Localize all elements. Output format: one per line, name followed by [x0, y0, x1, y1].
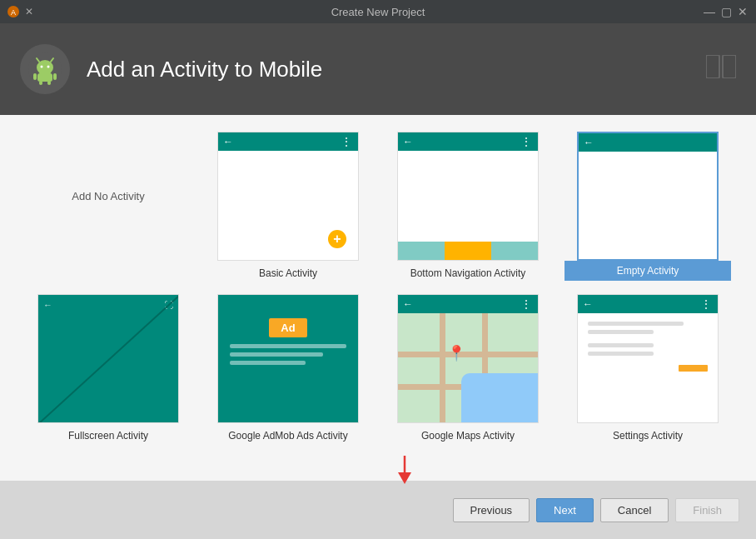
diagonal-svg — [38, 295, 179, 423]
menu-dots-icon-4: ⋮ — [520, 297, 533, 311]
back-arrow-icon-3: ← — [584, 137, 594, 148]
fullscreen-thumb: ← ⛶ — [37, 294, 179, 423]
main-content: Add No Activity ← ⋮ + Basic Activity ← — [0, 115, 756, 481]
activity-card-settings[interactable]: ← ⋮ Settings Activity — [565, 294, 731, 442]
back-arrow-icon: ← — [223, 136, 233, 147]
activity-card-ad[interactable]: Ad Google AdMob Ads Activity — [205, 294, 371, 442]
bottom-nav-bar — [398, 242, 538, 260]
fab-button: + — [328, 230, 346, 248]
bottom-nav-thumb: ← ⋮ — [397, 132, 539, 261]
ad-line-1 — [230, 344, 346, 348]
bottom-nav-label: Bottom Navigation Activity — [410, 267, 526, 279]
window-title: Create New Project — [331, 6, 425, 18]
svg-rect-14 — [723, 55, 736, 78]
map-road-h1 — [398, 352, 538, 357]
bottom-bar: Previous Next Cancel Finish — [0, 481, 756, 539]
activity-card-bottom-nav[interactable]: ← ⋮ Bottom Navigation Activity — [385, 132, 551, 281]
basic-activity-thumb: ← ⋮ + — [217, 132, 359, 261]
window-controls: — ▢ ✕ — [703, 5, 749, 18]
close-button[interactable]: ✕ — [736, 5, 749, 18]
settings-line-1 — [588, 322, 684, 326]
map-top-bar: ← ⋮ — [398, 295, 538, 313]
diagonal-overlay — [38, 295, 178, 422]
layout-icon-svg — [706, 55, 736, 78]
activity-card-empty[interactable]: ← Empty Activity — [565, 132, 731, 281]
map-road-v1 — [440, 313, 445, 422]
settings-label: Settings Activity — [613, 430, 683, 442]
layout-icon — [706, 55, 736, 83]
settings-line-4 — [588, 352, 654, 356]
page-title: Add an Activity to Mobile — [87, 57, 322, 82]
menu-dots-icon-5: ⋮ — [700, 297, 713, 311]
no-activity-label: Add No Activity — [72, 190, 144, 202]
back-arrow-icon-5: ← — [583, 298, 593, 310]
map-water — [461, 373, 538, 422]
arrow-indicator — [395, 456, 415, 489]
arrow-svg — [395, 456, 415, 486]
ad-lines — [218, 344, 358, 365]
nav-seg-3 — [491, 242, 538, 260]
settings-line-2 — [588, 330, 654, 334]
svg-rect-9 — [33, 73, 37, 80]
basic-body: + — [218, 151, 358, 260]
bottom-nav-body — [398, 151, 538, 260]
back-arrow-icon-4: ← — [403, 298, 413, 310]
minimize-button[interactable]: — — [703, 5, 716, 18]
activity-card-map[interactable]: ← ⋮ 📍 Google Maps Activity — [385, 294, 551, 442]
ad-badge: Ad — [269, 318, 306, 337]
cancel-button[interactable]: Cancel — [600, 498, 669, 522]
settings-top-bar: ← ⋮ — [578, 295, 718, 313]
svg-rect-11 — [39, 81, 42, 85]
settings-thumb: ← ⋮ — [577, 294, 719, 423]
ad-line-3 — [230, 361, 306, 365]
settings-action-btn — [679, 365, 708, 372]
empty-activity-thumb: ← — [577, 132, 719, 261]
title-bar-left: A ✕ — [7, 5, 33, 18]
next-button[interactable]: Next — [536, 498, 594, 522]
activity-card-no-activity[interactable]: Add No Activity — [25, 132, 191, 281]
svg-rect-8 — [37, 73, 52, 82]
svg-point-6 — [41, 66, 43, 68]
nav-seg-1 — [398, 242, 445, 260]
svg-rect-10 — [53, 73, 57, 80]
previous-button[interactable]: Previous — [453, 498, 530, 522]
bottom-nav-top-bar: ← ⋮ — [398, 132, 538, 151]
android-logo — [20, 44, 70, 94]
menu-dots-icon-2: ⋮ — [520, 135, 533, 148]
map-body: 📍 — [398, 313, 538, 422]
ad-line-2 — [230, 352, 323, 357]
basic-top-bar: ← ⋮ — [218, 132, 358, 151]
map-label: Google Maps Activity — [421, 430, 515, 442]
title-bar: A ✕ Create New Project — ▢ ✕ — [0, 0, 756, 23]
nav-seg-2 — [445, 242, 491, 260]
no-activity-thumb: Add No Activity — [37, 132, 179, 261]
ad-thumb: Ad — [217, 294, 359, 423]
basic-activity-label: Basic Activity — [259, 267, 317, 279]
app-icon: A — [7, 5, 20, 18]
menu-dots-icon: ⋮ — [341, 135, 353, 148]
svg-point-7 — [47, 66, 50, 68]
svg-text:A: A — [11, 8, 16, 17]
fullscreen-label: Fullscreen Activity — [68, 430, 148, 442]
close-x-icon: ✕ — [25, 6, 33, 17]
svg-line-15 — [38, 295, 179, 423]
activity-card-fullscreen[interactable]: ← ⛶ Fullscreen Activity — [25, 294, 191, 442]
empty-top-bar: ← — [579, 133, 717, 152]
back-arrow-icon-2: ← — [403, 136, 413, 147]
svg-rect-12 — [47, 81, 51, 85]
svg-rect-13 — [706, 55, 719, 78]
ad-label: Google AdMob Ads Activity — [228, 430, 347, 442]
empty-body — [579, 152, 717, 259]
map-thumb: ← ⋮ 📍 — [397, 294, 539, 423]
svg-marker-17 — [398, 472, 411, 484]
settings-line-3 — [588, 343, 654, 347]
activity-grid: Add No Activity ← ⋮ + Basic Activity ← — [25, 132, 731, 442]
header: Add an Activity to Mobile — [0, 23, 756, 115]
map-pin: 📍 — [447, 344, 465, 362]
settings-body — [578, 313, 718, 422]
maximize-button[interactable]: ▢ — [719, 5, 733, 18]
empty-activity-label: Empty Activity — [565, 261, 731, 281]
finish-button[interactable]: Finish — [675, 498, 739, 522]
activity-card-basic[interactable]: ← ⋮ + Basic Activity — [205, 132, 371, 281]
android-logo-svg — [27, 51, 63, 87]
